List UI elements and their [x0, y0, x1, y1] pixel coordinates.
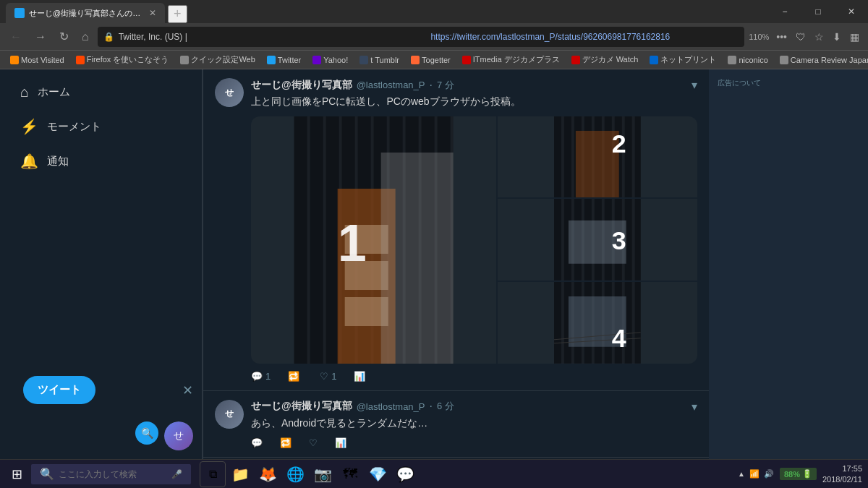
taskbar-search-input[interactable]	[59, 469, 167, 479]
sidebar-icon[interactable]: ▦	[847, 28, 862, 46]
bookmark-label: Yahoo!	[323, 56, 348, 64]
back-button[interactable]: ←	[6, 27, 26, 46]
nav-moments[interactable]: ⚡ モーメント	[6, 111, 196, 142]
active-tab[interactable]: せーじ@街撮り写真部さんのツイー ✕	[6, 3, 165, 23]
moments-label: モーメント	[47, 120, 101, 134]
bookmark-itmedia[interactable]: ITmedia デジカメプラス	[458, 53, 564, 67]
bookmark-togetter[interactable]: Togetter	[407, 54, 455, 66]
retweet-action-1[interactable]: 🔁	[288, 371, 302, 382]
bookmark-label: Togetter	[422, 56, 451, 64]
bookmark-label: Most Visited	[21, 56, 64, 64]
task-view-icon: ⧉	[209, 468, 217, 481]
page-content: ⌂ ホーム ⚡ モーメント 🔔 通知 ツイート ✕ 🔍	[0, 69, 868, 459]
chrome-button[interactable]: 🌐	[282, 461, 308, 487]
retweet-action-2[interactable]: 🔁	[280, 437, 292, 448]
bookmark-favicon	[76, 56, 85, 64]
svg-rect-50	[635, 282, 641, 364]
firefox-button[interactable]: 🦊	[255, 461, 281, 487]
bookmark-icon[interactable]: 🛡	[793, 28, 809, 46]
taskbar-search[interactable]: 🔍 🎤	[31, 464, 191, 484]
tweet-actions-1: 💬 1 🔁 ♡ 1 �	[251, 371, 697, 382]
maximize-button[interactable]: □	[801, 0, 835, 23]
bookmark-tumblr[interactable]: t Tumblr	[355, 54, 404, 66]
tweet-username-2: せーじ@街撮り写真部	[251, 400, 352, 413]
retweet-icon-2: 🔁	[280, 437, 292, 448]
building-svg-1: 1	[251, 116, 496, 364]
new-tab-button[interactable]: +	[168, 5, 187, 23]
bookmark-quicksettings[interactable]: クイック設定Web	[176, 53, 259, 67]
image-3[interactable]: 3	[498, 199, 697, 281]
start-button[interactable]: ⊞	[6, 463, 28, 485]
photos-button[interactable]: 📷	[310, 461, 336, 487]
task-view-button[interactable]: ⧉	[200, 461, 226, 487]
reply-action-1[interactable]: 💬 1	[251, 371, 271, 382]
image-1[interactable]: 1	[251, 116, 496, 364]
bookmark-most-visited[interactable]: Most Visited	[6, 54, 69, 66]
more-options-icon[interactable]: •••	[773, 28, 790, 46]
url-text: https://twitter.com/lastlostman_P/status…	[430, 32, 739, 42]
views-action-1[interactable]: 📊	[354, 371, 365, 382]
maps-icon: 🗺	[343, 466, 357, 482]
like-action-2[interactable]: ♡	[309, 437, 318, 448]
bookmark-favicon	[180, 56, 189, 64]
bookmark-dcwatch[interactable]: デジカメ Watch	[567, 53, 643, 67]
tab-close-btn[interactable]: ✕	[149, 8, 156, 18]
tweet-images-1[interactable]: 1	[251, 116, 697, 364]
tweet-more-2[interactable]: ▾	[692, 400, 697, 414]
tweet-avatar-2[interactable]: せ	[215, 400, 244, 429]
bookmark-yahoo[interactable]: Yahoo!	[308, 54, 352, 66]
up-arrow-icon[interactable]: ▲	[738, 470, 745, 478]
close-sidebar-icon[interactable]: ✕	[182, 382, 193, 398]
tweet-more-1[interactable]: ▾	[692, 78, 697, 92]
app7-button[interactable]: 💬	[392, 461, 418, 487]
bookmark-niconico[interactable]: niconico	[723, 54, 772, 66]
reload-button[interactable]: ↻	[55, 27, 73, 46]
svg-rect-30	[554, 199, 561, 281]
like-action-1[interactable]: ♡ 1	[320, 371, 336, 382]
home-icon: ⌂	[20, 84, 29, 100]
tweet-time-2: 6 分	[437, 400, 454, 413]
photos-icon: 📷	[314, 466, 332, 483]
tweet-handle-2: @lastlostman_P	[357, 401, 425, 412]
views-action-2[interactable]: 📊	[335, 437, 346, 448]
minimize-button[interactable]: −	[768, 0, 801, 23]
file-explorer-button[interactable]: 📁	[227, 461, 253, 487]
mic-icon[interactable]: 🎤	[171, 469, 182, 479]
time-display: 17:55	[822, 463, 862, 474]
home-button[interactable]: ⌂	[77, 27, 93, 46]
maps-button[interactable]: 🗺	[337, 461, 363, 487]
tweet-button[interactable]: ツイート	[23, 376, 95, 404]
bookmark-firefox[interactable]: Firefox を使いこなそう	[72, 53, 174, 67]
forward-button[interactable]: →	[30, 27, 51, 46]
bookmark-netprint[interactable]: ネットプリント	[645, 53, 720, 67]
clock[interactable]: 17:55 2018/02/11	[822, 463, 862, 484]
bookmark-twitter[interactable]: Twitter	[263, 54, 305, 66]
twitter-layout: ⌂ ホーム ⚡ モーメント 🔔 通知 ツイート ✕ 🔍	[0, 69, 868, 459]
star-icon[interactable]: ☆	[812, 28, 827, 46]
svg-rect-26	[635, 116, 641, 198]
svg-rect-19	[564, 116, 571, 198]
image-4[interactable]: 4	[498, 282, 697, 364]
app6-button[interactable]: 💎	[365, 461, 391, 487]
close-button[interactable]: ✕	[835, 0, 868, 23]
taskbar-right: ▲ 📶 🔊 88% 🔋 17:55 2018/02/11	[738, 463, 862, 484]
chrome-icon: 🌐	[286, 466, 305, 483]
reply-icon-2: 💬	[251, 437, 263, 448]
search-button[interactable]: 🔍	[135, 421, 158, 445]
nav-notifications[interactable]: 🔔 通知	[6, 145, 196, 177]
tweet-actions-2: 💬 🔁 ♡ 📊	[251, 437, 697, 448]
system-tray: ▲ 📶 🔊	[738, 469, 774, 479]
nav-home[interactable]: ⌂ ホーム	[6, 77, 196, 108]
network-icon: 📶	[749, 469, 760, 479]
tweet-avatar-1[interactable]: せ	[215, 78, 244, 107]
user-avatar[interactable]: せ	[164, 421, 193, 450]
image-2[interactable]: 2	[498, 116, 697, 198]
bookmark-label: Firefox を使いこなそう	[87, 54, 169, 65]
volume-icon[interactable]: 🔊	[764, 469, 774, 479]
tweet-time-1: 7 分	[437, 79, 454, 92]
twitter-feed[interactable]: せ せーじ@街撮り写真部 @lastlostman_P · 7 分 ▾ 上と同じ…	[203, 69, 709, 459]
reply-action-2[interactable]: 💬	[251, 437, 263, 448]
address-bar[interactable]: 🔒 Twitter, Inc. (US) | https://twitter.c…	[98, 27, 744, 47]
download-icon[interactable]: ⬇	[830, 28, 844, 46]
bookmark-camera-review[interactable]: Camera Review Japan...	[775, 54, 868, 66]
